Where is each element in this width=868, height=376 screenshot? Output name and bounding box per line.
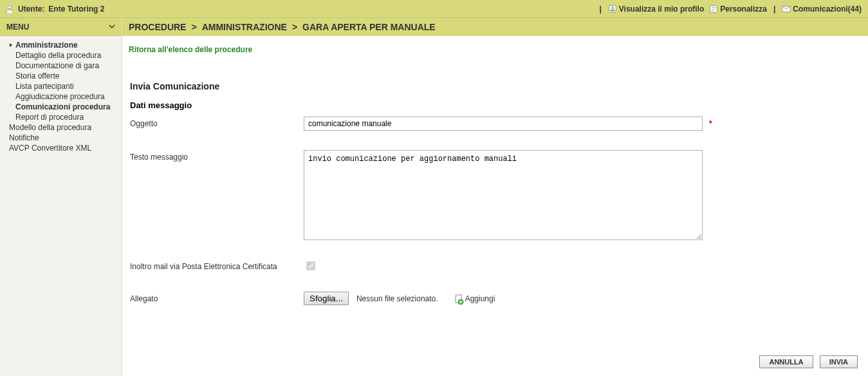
sidebar-item-10[interactable]: AVCP Convertitore XML (5, 143, 116, 153)
sidebar-item-4[interactable]: Lista partecipanti (5, 81, 116, 91)
sidebar: MENU AmministrazioneDettaglio della proc… (0, 18, 122, 376)
chevron-down-icon (109, 23, 115, 32)
sidebar-item-0[interactable]: Amministrazione (5, 40, 116, 50)
view-profile-label: Visualizza il mio profilo (619, 5, 704, 14)
sidebar-item-label: Comunicazioni procedura (15, 102, 110, 111)
sidebar-item-label: Modello della procedura (9, 123, 91, 132)
separator: | (599, 5, 601, 14)
user-info: Utente: Ente Tutoring 2 (5, 5, 104, 14)
oggetto-input[interactable] (304, 117, 703, 131)
personalize-label: Personalizza (720, 5, 767, 14)
sidebar-item-1[interactable]: Dettaglio della procedura (5, 50, 116, 61)
personalize-link[interactable]: Personalizza (709, 5, 767, 14)
back-link[interactable]: Ritorna all'elenco delle procedure (129, 45, 252, 54)
sidebar-item-3[interactable]: Storia offerte (5, 71, 116, 81)
sidebar-item-5[interactable]: Aggiudicazione procedura (5, 91, 116, 102)
cancel-button[interactable]: ANNULLA (759, 355, 813, 368)
sidebar-item-8[interactable]: Modello della procedura (5, 122, 116, 133)
top-bar: Utente: Ente Tutoring 2 | Visualizza il … (0, 0, 868, 18)
sidebar-item-7[interactable]: Report di procedura (5, 112, 116, 122)
main-content: PROCEDURE > AMMINISTRAZIONE > GARA APERT… (122, 18, 868, 376)
sidebar-item-label: Amministrazione (15, 41, 78, 50)
oggetto-label: Oggetto (130, 117, 304, 128)
sidebar-item-label: Notifiche (9, 133, 39, 142)
breadcrumb-separator: > (191, 22, 196, 32)
required-indicator: * (709, 119, 712, 128)
sidebar-item-label: Lista partecipanti (15, 82, 74, 91)
sidebar-item-label: AVCP Convertitore XML (9, 144, 91, 153)
arrow-right-icon (9, 41, 15, 50)
testo-label: Testo messaggio (130, 150, 304, 162)
sidebar-item-label: Documentazione di gara (15, 61, 99, 70)
add-file-icon (454, 294, 463, 303)
add-attachment-label: Aggiungi (465, 294, 495, 303)
communications-label: Comunicazioni(44) (793, 5, 862, 14)
separator: | (773, 5, 775, 14)
breadcrumb: PROCEDURE > AMMINISTRAZIONE > GARA APERT… (122, 18, 868, 36)
allegato-label: Allegato (130, 292, 304, 303)
breadcrumb-item[interactable]: GARA APERTA PER MANUALE (302, 22, 436, 32)
envelope-icon (782, 5, 791, 14)
sidebar-item-6[interactable]: Comunicazioni procedura (5, 102, 116, 112)
user-name: Ente Tutoring 2 (48, 5, 104, 14)
svg-point-0 (8, 5, 11, 8)
user-icon (5, 5, 14, 14)
section-subtitle: Dati messaggio (130, 100, 842, 110)
svg-rect-3 (610, 9, 614, 11)
menu-header[interactable]: MENU (0, 18, 122, 36)
communications-link[interactable]: Comunicazioni(44) (782, 5, 862, 14)
sidebar-item-label: Storia offerte (15, 71, 59, 80)
browse-button[interactable]: Sfoglia... (304, 292, 349, 305)
pec-label: Inoltro mail via Posta Elettronica Certi… (130, 259, 304, 271)
profile-icon (608, 5, 617, 14)
sidebar-item-label: Dettaglio della procedura (15, 51, 101, 60)
send-button[interactable]: INVIA (820, 355, 858, 368)
breadcrumb-separator: > (292, 22, 297, 32)
form-actions: ANNULLA INVIA (759, 355, 858, 368)
menu-title: MENU (6, 23, 29, 32)
sidebar-item-9[interactable]: Notifiche (5, 133, 116, 143)
svg-point-2 (611, 6, 614, 9)
no-file-text: Nessun file selezionato. (356, 294, 438, 303)
breadcrumb-item[interactable]: AMMINISTRAZIONE (202, 22, 287, 32)
sidebar-item-2[interactable]: Documentazione di gara (5, 61, 116, 71)
page-title: Invia Comunicazione (130, 81, 842, 91)
user-prefix: Utente: (18, 5, 44, 14)
personalize-icon (709, 5, 718, 14)
add-attachment-link[interactable]: Aggiungi (454, 294, 495, 303)
menu-list: AmministrazioneDettaglio della procedura… (0, 36, 122, 157)
sidebar-item-label: Aggiudicazione procedura (15, 92, 105, 101)
testo-textarea[interactable] (304, 150, 703, 240)
view-profile-link[interactable]: Visualizza il mio profilo (608, 5, 704, 14)
sidebar-item-label: Report di procedura (15, 113, 84, 122)
top-actions: | Visualizza il mio profilo Personalizza… (596, 5, 863, 14)
pec-checkbox[interactable] (306, 261, 315, 270)
breadcrumb-item[interactable]: PROCEDURE (129, 22, 186, 32)
